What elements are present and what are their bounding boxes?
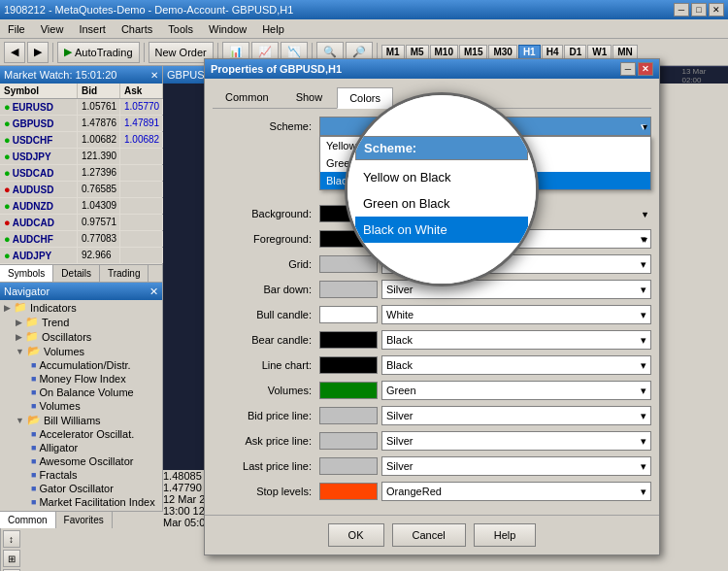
bullcandle-swatch[interactable] xyxy=(319,306,378,323)
tree-accelerator[interactable]: ■ Accelerator Oscillat. xyxy=(0,427,162,441)
volumes-label: Volumes: xyxy=(213,385,319,396)
navigator-title: Navigator ✕ xyxy=(0,283,162,300)
list-item[interactable]: ●AUDUSD 0.76585 xyxy=(0,182,162,198)
autotrade-label: AutoTrading xyxy=(75,47,133,58)
bidprice-row: Bid price line: Silver ▾ xyxy=(213,406,651,425)
askprice-swatch[interactable] xyxy=(319,432,378,450)
tab-symbols[interactable]: Symbols xyxy=(0,265,53,282)
back-button[interactable]: ◀ xyxy=(4,42,25,63)
menu-charts[interactable]: Charts xyxy=(114,19,160,38)
tab-trading[interactable]: Trading xyxy=(100,265,149,282)
expand-icon: ▼ xyxy=(16,347,24,356)
bearcandle-swatch[interactable] xyxy=(319,331,378,349)
indicator-icon: ■ xyxy=(31,470,36,480)
list-item[interactable]: ●USDJPY 121.390 xyxy=(0,149,162,165)
modal-close[interactable]: ✕ xyxy=(638,62,653,76)
menu-view[interactable]: View xyxy=(33,19,72,38)
bearcandle-control: Black ▾ xyxy=(319,330,651,350)
rt-btn-2[interactable]: ⊞ xyxy=(3,550,20,567)
menu-help[interactable]: Help xyxy=(254,19,292,38)
bullcandle-value: White ▾ xyxy=(381,305,651,324)
indicator-icon: ■ xyxy=(31,429,36,439)
chart-icon-1: 📊 xyxy=(229,46,243,58)
close-button[interactable]: ✕ xyxy=(709,3,724,17)
volumes-swatch[interactable] xyxy=(319,382,378,399)
market-watch-close[interactable]: ✕ xyxy=(150,70,158,81)
chart-icon-2: 📈 xyxy=(258,46,272,58)
linechart-swatch[interactable] xyxy=(319,356,378,374)
maximize-button[interactable]: □ xyxy=(691,3,707,17)
list-item[interactable]: ●GBPUSD 1.47876 1.47891 xyxy=(0,116,162,132)
tree-gator[interactable]: ■ Gator Oscillator xyxy=(0,482,162,495)
tf-m1[interactable]: M1 xyxy=(381,45,405,59)
tf-w1[interactable]: W1 xyxy=(587,45,612,59)
magnifier-inner: Scheme: Yellow on Black Green on Black B… xyxy=(347,128,536,251)
modal-min[interactable]: ─ xyxy=(620,62,636,76)
tf-h4[interactable]: H4 xyxy=(542,45,564,59)
indicator-icon: ■ xyxy=(31,456,36,466)
nav-tab-common[interactable]: Common xyxy=(0,512,56,528)
lastprice-swatch[interactable] xyxy=(319,457,378,475)
tree-accum[interactable]: ■ Accumulation/Distr. xyxy=(0,358,162,372)
navigator-close[interactable]: ✕ xyxy=(149,286,158,298)
tf-m30[interactable]: M30 xyxy=(488,45,516,59)
bearcandle-text: Black xyxy=(386,334,413,346)
tf-mn[interactable]: MN xyxy=(612,45,638,59)
indicator-icon: ■ xyxy=(31,443,36,453)
tree-volumes-item[interactable]: ■ Volumes xyxy=(0,399,162,413)
list-item[interactable]: ●AUDNZD 1.04309 xyxy=(0,198,162,215)
foreground-label: Foreground: xyxy=(213,233,319,245)
list-item[interactable]: ●AUDCHF 0.77083 xyxy=(0,231,162,248)
list-item[interactable]: ●USDCAD 1.27396 xyxy=(0,165,162,182)
tf-h1[interactable]: H1 xyxy=(518,45,541,59)
col-ask: Ask xyxy=(120,84,163,98)
expand-icon: ▶ xyxy=(16,332,22,342)
tree-fractals[interactable]: ■ Fractals xyxy=(0,468,162,482)
mag-item-1: Yellow on Black xyxy=(355,164,528,190)
tree-mfi2[interactable]: ■ Market Facilitation Index xyxy=(0,495,162,507)
tf-m10[interactable]: M10 xyxy=(430,45,458,59)
lastprice-text: Silver xyxy=(386,460,414,472)
list-item[interactable]: ●USDCHF 1.00682 1.00682 xyxy=(0,132,162,149)
ok-button[interactable]: OK xyxy=(328,523,384,547)
list-item[interactable]: ●AUDCAD 0.97571 xyxy=(0,215,162,231)
tree-indicators[interactable]: ▶ 📁 Indicators xyxy=(0,300,162,315)
nav-tab-favorites[interactable]: Favorites xyxy=(56,512,113,528)
list-item[interactable]: ●EURUSD 1.05761 1.05770 xyxy=(0,99,162,116)
bidprice-label: Bid price line: xyxy=(213,410,319,421)
tree-volumes[interactable]: ▼ 📂 Volumes xyxy=(0,344,162,358)
tf-d1[interactable]: D1 xyxy=(564,45,586,59)
forward-button[interactable]: ▶ xyxy=(27,42,49,63)
magnifier-content: Scheme: Yellow on Black Green on Black B… xyxy=(347,95,536,284)
tree-label: Alligator xyxy=(39,442,78,453)
tf-m5[interactable]: M5 xyxy=(406,45,429,59)
lastprice-control: Silver ▾ xyxy=(319,456,651,476)
tree-trend[interactable]: ▶ 📁 Trend xyxy=(0,315,162,329)
bidprice-value: Silver ▾ xyxy=(381,406,651,425)
minimize-button[interactable]: ─ xyxy=(674,3,689,17)
modal-tab-common[interactable]: Common xyxy=(213,86,281,108)
stoplevels-swatch[interactable] xyxy=(319,483,378,500)
help-button[interactable]: Help xyxy=(474,523,537,547)
menu-window[interactable]: Window xyxy=(201,19,254,38)
tree-obv[interactable]: ■ On Balance Volume xyxy=(0,386,162,399)
tree-alligator[interactable]: ■ Alligator xyxy=(0,441,162,454)
tree-awesome[interactable]: ■ Awesome Oscillator xyxy=(0,454,162,468)
menu-tools[interactable]: Tools xyxy=(160,19,201,38)
menu-file[interactable]: File xyxy=(0,19,33,38)
background-label: Background: xyxy=(213,208,319,219)
tree-billwilliams[interactable]: ▼ 📂 Bill Williams xyxy=(0,413,162,427)
tree-oscillators[interactable]: ▶ 📁 Oscillators xyxy=(0,329,162,344)
navigator-label: Navigator xyxy=(4,286,50,297)
bidprice-swatch[interactable] xyxy=(319,407,378,424)
market-watch-panel: Market Watch: 15:01:20 ✕ Symbol Bid Ask … xyxy=(0,66,163,528)
modal-tab-show[interactable]: Show xyxy=(283,86,336,108)
tab-details[interactable]: Details xyxy=(53,265,100,282)
list-item[interactable]: ●AUDJPY 92.966 xyxy=(0,248,162,264)
rt-btn-1[interactable]: ↕ xyxy=(3,530,20,548)
menu-insert[interactable]: Insert xyxy=(71,19,114,38)
cancel-button[interactable]: Cancel xyxy=(392,523,466,547)
tree-mfi[interactable]: ■ Money Flow Index xyxy=(0,372,162,386)
tf-m15[interactable]: M15 xyxy=(459,45,487,59)
autotrade-button[interactable]: ▶ AutoTrading xyxy=(57,42,140,63)
